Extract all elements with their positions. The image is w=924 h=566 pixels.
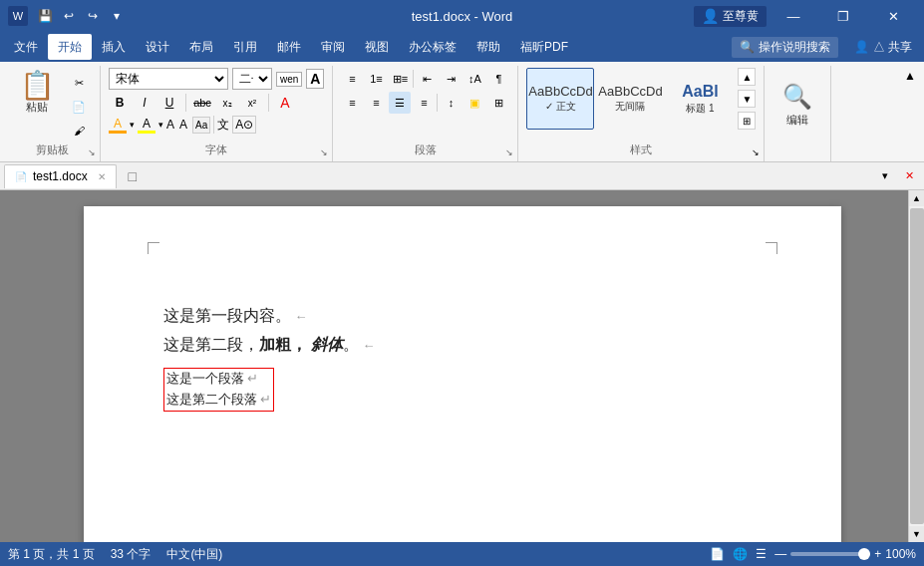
- show-hide-button[interactable]: ¶: [487, 68, 509, 90]
- font-group-indicator[interactable]: ↘: [320, 147, 328, 157]
- subscript-button[interactable]: x₂: [216, 92, 238, 114]
- paragraph-1[interactable]: 这是第一段内容。 ←: [163, 306, 762, 327]
- share-button[interactable]: 👤 △ 共享: [846, 37, 920, 58]
- menu-office-tab[interactable]: 办公标签: [399, 34, 466, 60]
- font-name-select[interactable]: 宋体: [109, 68, 228, 90]
- close-tab-button[interactable]: ✕: [98, 171, 106, 182]
- boxed-line-2[interactable]: 这是第二个段落 ↵: [166, 390, 271, 411]
- increase-indent-button[interactable]: ⇥: [440, 68, 462, 90]
- font-size-select[interactable]: 二号: [232, 68, 272, 90]
- redo-button[interactable]: ↪: [82, 5, 104, 27]
- enclosed-chars-button[interactable]: A⊙: [232, 116, 256, 134]
- document-scroll-area[interactable]: 这是第一段内容。 ← 这是第二段，加粗， 斜体。 ← 这是一个段落 ↵ 这: [0, 190, 924, 542]
- clipboard-group-indicator[interactable]: ↘: [88, 147, 96, 157]
- customize-qa-button[interactable]: ▾: [106, 5, 128, 27]
- menu-layout[interactable]: 布局: [179, 34, 223, 60]
- menu-help[interactable]: 帮助: [466, 34, 510, 60]
- document-content: 这是第一段内容。 ← 这是第二段，加粗， 斜体。 ← 这是一个段落 ↵ 这: [163, 266, 762, 412]
- strikethrough-button[interactable]: abc: [191, 92, 213, 114]
- scroll-up-button[interactable]: ▲: [909, 190, 925, 206]
- find-button[interactable]: 🔍 编辑: [772, 80, 822, 130]
- bold-button[interactable]: B: [109, 92, 131, 114]
- view-print-icon[interactable]: 📄: [710, 547, 725, 561]
- menu-review[interactable]: 审阅: [311, 34, 355, 60]
- menu-design[interactable]: 设计: [136, 34, 179, 60]
- underline-button[interactable]: U: [158, 92, 180, 114]
- align-right-button[interactable]: ≡: [413, 92, 435, 114]
- style-expand-button[interactable]: ⊞: [738, 112, 756, 130]
- align-center-button[interactable]: ≡: [365, 92, 387, 114]
- copy-button[interactable]: 📄: [66, 96, 92, 118]
- styles-group-indicator[interactable]: ↘: [752, 147, 760, 157]
- style-no-spacing[interactable]: AaBbCcDd 无间隔: [596, 68, 664, 130]
- clear-format-button[interactable]: A: [274, 92, 296, 114]
- minimize-button[interactable]: —: [770, 0, 816, 32]
- italic-button[interactable]: I: [134, 92, 155, 114]
- paragraph-2[interactable]: 这是第二段，加粗， 斜体。 ←: [163, 335, 762, 356]
- separator2: [268, 94, 269, 112]
- borders-button[interactable]: ⊞: [487, 92, 509, 114]
- style-scroll-up[interactable]: ▲: [738, 68, 756, 86]
- boxed-line-1[interactable]: 这是一个段落 ↵: [166, 369, 271, 390]
- shading-button[interactable]: ▣: [463, 92, 485, 114]
- tab-dropdown-button[interactable]: ▾: [874, 165, 896, 187]
- align-left-button[interactable]: ≡: [341, 92, 363, 114]
- menu-foxit-pdf[interactable]: 福昕PDF: [510, 34, 578, 60]
- style-heading1[interactable]: AaBl 标题 1: [666, 68, 734, 130]
- document-tab[interactable]: 📄 test1.docx ✕: [4, 164, 117, 188]
- style-scroll-down[interactable]: ▼: [738, 90, 756, 108]
- decrease-indent-button[interactable]: ⇤: [416, 68, 438, 90]
- style-normal[interactable]: AaBbCcDd ✓ 正文: [526, 68, 594, 130]
- tab-close-button[interactable]: ✕: [898, 165, 920, 187]
- menu-references[interactable]: 引用: [223, 34, 267, 60]
- shrink-font-button[interactable]: A: [177, 116, 189, 134]
- font-color-button[interactable]: A: [109, 117, 127, 134]
- format-painter-button[interactable]: 🖌: [66, 120, 92, 142]
- text-effects-button[interactable]: A: [166, 118, 174, 132]
- user-account[interactable]: 👤 至尊黄: [694, 6, 767, 27]
- phonetic-guide-button[interactable]: 文: [217, 117, 229, 134]
- cut-button[interactable]: ✂: [66, 72, 92, 94]
- font-color-dropdown[interactable]: ▾: [130, 120, 135, 130]
- separator3: [213, 116, 214, 134]
- paragraph-group-indicator[interactable]: ↘: [505, 147, 513, 157]
- change-case-button[interactable]: Aa: [192, 117, 210, 134]
- zoom-in-button[interactable]: +: [874, 547, 881, 561]
- style-heading1-label: 标题 1: [686, 102, 714, 116]
- scroll-down-button[interactable]: ▼: [909, 526, 925, 542]
- ribbon-collapse-button[interactable]: ▲: [900, 66, 920, 86]
- save-button[interactable]: 💾: [34, 5, 56, 27]
- menu-mailings[interactable]: 邮件: [267, 34, 311, 60]
- restore-button[interactable]: ❐: [820, 0, 866, 32]
- vertical-scrollbar[interactable]: ▲ ▼: [908, 190, 924, 542]
- undo-button[interactable]: ↩: [58, 5, 80, 27]
- zoom-out-button[interactable]: —: [774, 547, 786, 561]
- search-button[interactable]: 🔍 操作说明搜索: [732, 37, 838, 58]
- view-web-icon[interactable]: 🌐: [733, 547, 748, 561]
- title-bar-left: W 💾 ↩ ↪ ▾: [8, 5, 128, 27]
- menu-home[interactable]: 开始: [48, 34, 92, 60]
- language: 中文(中国): [166, 546, 222, 563]
- menu-insert[interactable]: 插入: [92, 34, 136, 60]
- highlight-dropdown[interactable]: ▾: [158, 120, 163, 130]
- align-justify-button[interactable]: ☰: [389, 92, 411, 114]
- close-button[interactable]: ✕: [870, 0, 916, 32]
- wen-button[interactable]: wen: [276, 72, 302, 87]
- document-page[interactable]: 这是第一段内容。 ← 这是第二段，加粗， 斜体。 ← 这是一个段落 ↵ 这: [84, 206, 841, 542]
- grow-font-button[interactable]: A: [306, 69, 324, 89]
- menu-view[interactable]: 视图: [355, 34, 399, 60]
- sort-button[interactable]: ↕A: [463, 68, 485, 90]
- new-tab-button[interactable]: □: [121, 164, 145, 188]
- bullets-button[interactable]: ≡: [341, 68, 363, 90]
- highlight-button[interactable]: A: [138, 117, 155, 134]
- line-spacing-button[interactable]: ↕: [440, 92, 462, 114]
- paste-button[interactable]: 📋 粘贴: [12, 68, 62, 119]
- scroll-thumb[interactable]: [910, 208, 924, 524]
- superscript-button[interactable]: x²: [241, 92, 263, 114]
- zoom-bar: — + 100%: [774, 547, 916, 561]
- multilevel-list-button[interactable]: ⊞≡: [389, 68, 411, 90]
- view-outline-icon[interactable]: ☰: [756, 547, 767, 561]
- numbered-list-button[interactable]: 1≡: [365, 68, 387, 90]
- zoom-slider[interactable]: [790, 552, 870, 556]
- menu-file[interactable]: 文件: [4, 34, 48, 60]
